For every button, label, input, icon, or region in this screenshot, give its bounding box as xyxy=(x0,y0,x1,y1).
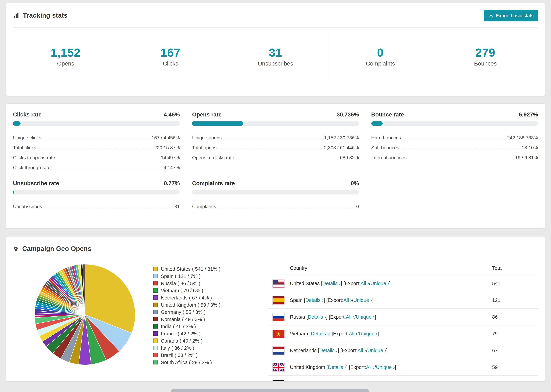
country-cell: Russia [Details ›] [Export: All › / Uniq… xyxy=(273,313,492,321)
details-link[interactable]: Details › xyxy=(328,364,346,370)
country-name: Russia xyxy=(290,314,305,320)
stat-row-label: Unique clicks xyxy=(13,135,41,141)
stat-row: Total opens2,303 / 61.446% xyxy=(192,141,359,151)
progress-fill xyxy=(192,121,243,126)
rate-title: Clicks rate xyxy=(13,111,42,118)
stat-row-label: Click through rate xyxy=(13,165,50,170)
stat-label: Opens xyxy=(57,60,74,67)
legend-item-india: India ( 46 / 3% ) xyxy=(153,323,268,330)
progress-bar xyxy=(13,121,180,126)
country-cell: Spain [Details ›] [Export: All › / Uniqu… xyxy=(273,296,492,304)
export-button-label: Export basic stats xyxy=(496,13,534,18)
geo-row-united-kingdom: United Kingdom [Details ›] [Export: All … xyxy=(268,359,538,376)
pie-chart-svg xyxy=(34,263,136,366)
stat-row-value: 31 xyxy=(175,203,180,210)
stat-row-label: Complaints xyxy=(192,203,216,210)
horizontal-scrollbar[interactable] xyxy=(171,389,369,392)
country-name: Vietnam xyxy=(290,331,308,336)
country-cell: United States [Details ›] [Export: All ›… xyxy=(273,280,492,287)
stat-row: Unique clicks167 / 4.456% xyxy=(13,131,180,141)
geo-card-header: Campaign Geo Opens xyxy=(13,242,538,256)
total-cell: 67 xyxy=(492,348,533,353)
legend-swatch xyxy=(153,353,158,357)
stat-value: 279 xyxy=(475,46,495,59)
export-unique-link[interactable]: Unique › xyxy=(356,314,374,320)
geo-pie-chart xyxy=(13,257,153,381)
legend-item-france: France ( 42 / 2% ) xyxy=(153,330,268,337)
legend-item-netherlands: Netherlands ( 67 / 4% ) xyxy=(153,294,268,301)
legend-label: Italy ( 36 / 2% ) xyxy=(161,345,194,351)
tracking-card-header: Tracking stats Export basic stats xyxy=(13,9,538,22)
details-link[interactable]: Details › xyxy=(311,331,329,336)
stat-label: Complaints xyxy=(366,60,395,67)
export-all-link[interactable]: All › xyxy=(357,348,366,353)
legend-item-russia: Russia ( 86 / 5% ) xyxy=(153,280,268,287)
progress-fill xyxy=(371,121,383,126)
total-cell: 79 xyxy=(492,331,533,336)
stat-row-value: 4.147% xyxy=(164,165,180,170)
export-unique-link[interactable]: Unique › xyxy=(367,348,386,353)
geo-row-germany: Germany [Details ›] [Export: All › / Uni… xyxy=(268,376,538,381)
progress-fill xyxy=(13,121,20,126)
stat-unsubscribes: 31Unsubscribes xyxy=(223,28,328,86)
stat-row-label: Soft bounces xyxy=(371,145,399,151)
export-icon xyxy=(488,13,493,18)
rate-value: 0% xyxy=(351,179,359,187)
geo-row-spain: Spain [Details ›] [Export: All › / Uniqu… xyxy=(268,292,538,309)
dotted-leader xyxy=(224,139,322,139)
total-cell: 541 xyxy=(492,281,533,286)
export-all-link[interactable]: All › xyxy=(360,281,369,286)
tracking-stats-card: Tracking stats Export basic stats 1,152O… xyxy=(6,3,545,96)
legend-swatch xyxy=(153,267,158,271)
rate-value: 0.77% xyxy=(164,179,180,187)
stat-row-label: Total opens xyxy=(192,145,217,151)
export-unique-link[interactable]: Unique › xyxy=(370,281,389,286)
export-unique-link[interactable]: Unique › xyxy=(353,297,372,303)
stat-label: Bounces xyxy=(474,60,497,67)
stat-row: Complaints0 xyxy=(192,200,359,210)
export-all-link[interactable]: All › xyxy=(366,364,374,370)
tracking-stats-title: Tracking stats xyxy=(23,12,68,19)
legend-label: Netherlands ( 67 / 4% ) xyxy=(161,295,212,300)
stat-row: Total clicks220 / 5.87% xyxy=(13,141,180,151)
legend-item-romania: Romania ( 49 / 3% ) xyxy=(153,315,268,323)
stat-label: Clicks xyxy=(163,60,178,67)
geo-row-united-states: United States [Details ›] [Export: All ›… xyxy=(268,275,538,292)
details-link[interactable]: Details › xyxy=(308,314,326,320)
legend-label: France ( 42 / 2% ) xyxy=(161,331,201,336)
rate-title: Complaints rate xyxy=(192,179,235,187)
rate-value: 6.927% xyxy=(519,111,538,118)
stat-value: 31 xyxy=(269,46,282,59)
rates-card: Clicks rate4.46%Unique clicks167 / 4.456… xyxy=(6,104,545,229)
geo-legend: United States ( 541 / 31% )Spain ( 121 /… xyxy=(153,257,268,381)
export-unique-link[interactable]: Unique › xyxy=(359,331,377,336)
country-cell: Germany [Details ›] [Export: All › / Uni… xyxy=(273,380,492,381)
stat-value: 0 xyxy=(377,46,384,59)
map-pin-icon xyxy=(13,246,19,252)
country-name: United Kingdom xyxy=(290,364,325,370)
geo-row-netherlands: Netherlands [Details ›] [Export: All › /… xyxy=(268,342,538,359)
geo-body: United States ( 541 / 31% )Spain ( 121 /… xyxy=(13,257,538,381)
stat-row: Soft bounces18 / 0% xyxy=(371,141,538,151)
export-all-link[interactable]: All › xyxy=(346,314,354,320)
dotted-leader xyxy=(57,159,159,159)
dotted-leader xyxy=(53,169,161,169)
stat-row-value: 18 / 0% xyxy=(522,145,538,151)
progress-bar xyxy=(192,121,359,126)
export-unique-link[interactable]: Unique › xyxy=(376,364,395,370)
export-all-link[interactable]: All › xyxy=(343,297,352,303)
legend-label: Romania ( 49 / 3% ) xyxy=(161,316,205,322)
details-link[interactable]: Details › xyxy=(322,281,340,286)
legend-label: South Africa ( 29 / 2% ) xyxy=(161,359,212,365)
export-basic-stats-button[interactable]: Export basic stats xyxy=(484,10,538,21)
rate-value: 4.46% xyxy=(164,111,180,118)
stat-row: Unsubscribes31 xyxy=(13,200,180,210)
stat-row-value: 14.497% xyxy=(161,155,180,161)
details-link[interactable]: Details › xyxy=(319,348,338,353)
rate-block-unsubscribe-rate: Unsubscribe rate0.77%Unsubscribes31 xyxy=(13,179,180,210)
details-link[interactable]: Details › xyxy=(305,297,323,303)
export-all-link[interactable]: All › xyxy=(349,331,357,336)
rate-block-clicks-rate: Clicks rate4.46%Unique clicks167 / 4.456… xyxy=(13,111,180,170)
flag-icon-us xyxy=(273,280,284,287)
legend-swatch xyxy=(153,317,158,321)
